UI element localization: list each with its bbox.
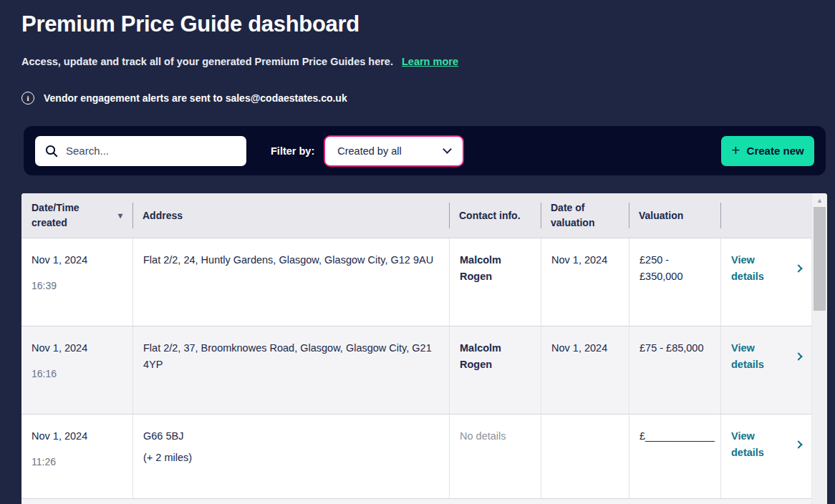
column-header-date-time[interactable]: Date/Time created ▾: [21, 193, 132, 238]
view-details-link[interactable]: View details: [731, 340, 801, 373]
table-scrollbar[interactable]: ▲: [811, 193, 827, 504]
valuation-cell: £____________: [629, 415, 720, 498]
view-details-link[interactable]: View details: [731, 428, 801, 461]
column-header-actions: [720, 193, 811, 238]
plus-icon: +: [731, 142, 740, 158]
table-row: Nov 1, 2024 11:26 G66 5BJ (+ 2 miles) No…: [21, 414, 811, 498]
search-input[interactable]: [66, 145, 246, 157]
vendor-alert-text: Vendor engagement alerts are sent to sal…: [44, 92, 347, 104]
view-details-label: View details: [731, 428, 788, 461]
address-postcode: G66 5BJ: [143, 428, 439, 445]
sort-descending-icon[interactable]: ▾: [114, 208, 122, 223]
time-created: 11:26: [32, 454, 122, 470]
column-header-label: Contact info.: [459, 208, 521, 223]
chevron-down-icon: [443, 145, 452, 154]
price-guide-table: Date/Time created ▾ Address Contact info…: [21, 193, 827, 504]
chevron-right-icon: [794, 440, 802, 448]
contact-cell: No details: [449, 415, 541, 498]
view-details-link[interactable]: View details: [731, 252, 801, 285]
valuation-date-cell: Nov 1, 2024: [541, 238, 629, 326]
valuation-cell: £250 - £350,000: [629, 238, 720, 326]
create-new-label: Create new: [747, 145, 804, 157]
time-created: 16:16: [32, 366, 122, 382]
actions-cell: View details: [720, 238, 811, 326]
scroll-up-icon[interactable]: ▲: [812, 197, 827, 204]
chevron-right-icon: [794, 264, 802, 272]
filter-by-label: Filter by:: [271, 145, 314, 157]
table-row-partial: [21, 498, 811, 504]
valuation-cell: £75 - £85,000: [629, 326, 720, 414]
date-time-cell: Nov 1, 2024 11:26: [21, 415, 132, 498]
contact-cell: Malcolm Rogen: [449, 238, 541, 326]
toolbar: Filter by: Created by all + Create new: [24, 126, 826, 175]
create-new-button[interactable]: + Create new: [721, 136, 814, 166]
column-header-address: Address: [132, 193, 449, 238]
address-cell: G66 5BJ (+ 2 miles): [132, 415, 449, 498]
contact-cell: Malcolm Rogen: [449, 326, 541, 414]
filter-dropdown[interactable]: Created by all: [324, 135, 464, 167]
column-header-label: Valuation: [639, 208, 683, 223]
address-cell: Flat 2/2, 24, Huntly Gardens, Glasgow, G…: [132, 238, 449, 326]
learn-more-link[interactable]: Learn more: [402, 56, 458, 67]
search-box[interactable]: [35, 136, 246, 166]
column-header-label: Address: [143, 208, 183, 223]
actions-cell: View details: [720, 326, 811, 414]
table-header-row: Date/Time created ▾ Address Contact info…: [21, 193, 811, 238]
table-main: Date/Time created ▾ Address Contact info…: [21, 193, 811, 504]
scrollbar-thumb[interactable]: [814, 207, 826, 311]
table-row: Nov 1, 2024 16:39 Flat 2/2, 24, Huntly G…: [21, 238, 811, 326]
time-created: 16:39: [32, 278, 122, 294]
page-subtitle: Access, update and track all of your gen…: [21, 56, 458, 67]
column-header-label: Date/Time created: [32, 200, 114, 231]
address-radius-note: (+ 2 miles): [143, 450, 439, 466]
date-time-cell: Nov 1, 2024 16:39: [21, 238, 132, 326]
info-icon: i: [21, 92, 34, 105]
search-icon: [45, 145, 58, 158]
column-header-label: Date of valuation: [551, 200, 619, 231]
chevron-right-icon: [794, 352, 802, 360]
address-cell: Flat 2/2, 37, Broomknowes Road, Glasgow,…: [132, 326, 449, 414]
valuation-date-cell: [541, 415, 629, 498]
page-title: Premium Price Guide dashboard: [21, 11, 359, 37]
view-details-label: View details: [731, 252, 788, 285]
date-created: Nov 1, 2024: [32, 428, 122, 445]
column-header-contact: Contact info.: [449, 193, 541, 238]
vendor-alert-banner: i Vendor engagement alerts are sent to s…: [21, 92, 347, 105]
table-row: Nov 1, 2024 16:16 Flat 2/2, 37, Broomkno…: [21, 326, 811, 414]
subtitle-text: Access, update and track all of your gen…: [21, 56, 393, 67]
filter-selected-value: Created by all: [337, 145, 401, 157]
date-created: Nov 1, 2024: [32, 252, 122, 268]
date-time-cell: Nov 1, 2024 16:16: [21, 326, 132, 414]
actions-cell: View details: [720, 415, 811, 498]
column-header-valuation-date: Date of valuation: [541, 193, 629, 238]
column-header-valuation: Valuation: [629, 193, 720, 238]
valuation-date-cell: Nov 1, 2024: [541, 326, 629, 414]
date-created: Nov 1, 2024: [32, 340, 122, 357]
view-details-label: View details: [731, 340, 788, 373]
